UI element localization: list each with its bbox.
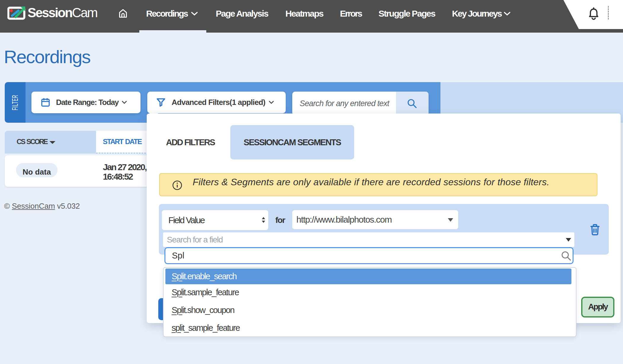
svg-text:SessionCam: SessionCam: [28, 6, 97, 20]
